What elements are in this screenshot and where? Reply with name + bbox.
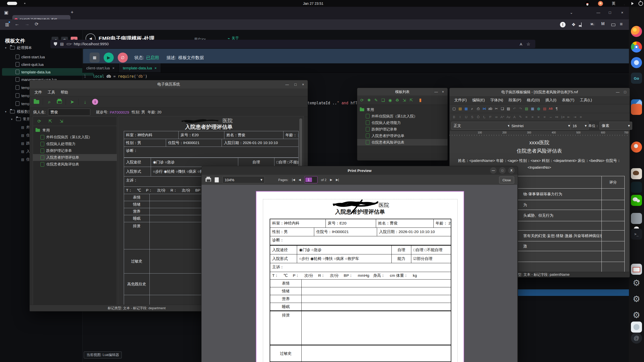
route-radios[interactable]: ◉门诊 ○急诊 [151,158,238,167]
tree-file-template-data-selected[interactable]: template-data.lua [2,68,94,76]
toolbar-icon[interactable]: ≡ [536,114,542,120]
tree-file-temp3[interactable]: temp [16,100,30,107]
toolbar-icon[interactable]: ❏ [499,106,505,112]
toolbar-icon[interactable]: ∞ [493,114,499,120]
dock-icon-chrome[interactable] [631,41,642,53]
menu-table[interactable]: 表格(T) [560,97,577,103]
qq-tray-icon[interactable] [585,1,590,6]
list-root[interactable]: 常用 [357,106,448,113]
emr-tree-item-2[interactable]: 住院病人处理能力 [33,141,117,147]
maximize-icon[interactable]: □ [624,90,626,94]
input-method-indicator[interactable]: 英 [611,1,616,6]
picture-in-picture-icon[interactable] [581,22,582,27]
import-icon[interactable]: ↓ [81,98,89,106]
emr-titlebar[interactable]: 电子病历系统 — □ × [30,80,308,88]
toolbar-icon[interactable]: Ō [475,114,481,120]
list-item-2[interactable]: 住院病人处理能力 [357,119,448,126]
info-icon[interactable]: i [91,98,99,106]
toolbar-icon[interactable]: ▤ [457,106,463,112]
maximize-icon[interactable]: □ [609,10,611,15]
dock-icon-grey-app[interactable] [631,213,642,224]
last-page-icon[interactable]: ▶| [336,178,339,182]
emr-tree-root[interactable]: 常用 [33,127,117,134]
menu-file[interactable]: 文件 [32,89,44,95]
toolbar-icon[interactable]: f² [487,114,493,120]
close-icon[interactable]: × [112,66,114,70]
m-extension-icon[interactable]: M [601,22,605,26]
power-icon[interactable] [638,1,643,6]
volume-icon[interactable] [630,1,636,6]
care-checkboxes[interactable]: □自理 □不能自理 [274,158,298,167]
dock-icon-orange-tool[interactable] [631,104,642,115]
toolbar-icon[interactable]: I [457,114,463,120]
minimize-icon[interactable]: — [434,90,438,94]
menu-icon[interactable]: ≡ [620,21,623,27]
toolbar-icon[interactable]: ▢ [451,106,457,112]
tree-file-temp1[interactable]: temp [16,84,30,91]
maximize-icon[interactable]: □ [294,82,296,86]
extension-alert-icon[interactable]: ! [560,22,566,27]
minimize-icon[interactable]: — [490,167,497,174]
code-line-1[interactable]: 1 local db = require('db') [84,74,147,79]
toolbar-icon[interactable]: f₂ [481,114,487,120]
close-icon[interactable]: X [508,167,515,174]
close-icon[interactable]: × [621,10,623,15]
dock-icon-settings-gear-3[interactable]: ⚙ [631,309,642,321]
toolbar-icon[interactable]: ▨ [505,106,511,112]
print-icon[interactable] [56,98,63,106]
delete-icon[interactable]: ♻ [394,96,400,104]
list-item-1[interactable]: 外科住院病历（第1次入院） [357,113,448,119]
toolbar-icon[interactable]: ≡ [524,114,530,120]
font-dropdown[interactable]: SimHei▾ [509,122,572,130]
tree-file-temp2[interactable]: temp [16,92,30,99]
toolbar-icon[interactable]: ↶ [511,106,517,112]
toolbar-icon[interactable]: ✎ [517,114,524,120]
new-template-icon[interactable]: ✱ [366,96,372,104]
collapse-all-icon[interactable]: ⇱ [408,96,415,104]
tree-group-template-data[interactable]: ▾ 模板数据 [5,108,32,115]
save-icon[interactable]: ▮ [417,96,424,104]
toolbar-icon[interactable]: ◍ [536,106,542,112]
open-folder-icon[interactable] [33,98,40,106]
run-button[interactable]: ▶ [104,53,114,63]
print-preview-titlebar[interactable]: Print Preview — □ X [202,166,518,175]
prev-page-icon[interactable]: ◀ [299,178,301,182]
unit-dropdown[interactable]: 像素▾ [599,122,632,130]
dock-icon-pokemon-app[interactable] [631,322,642,333]
toolbar-icon[interactable]: U [463,114,469,120]
page-number-input[interactable]: 1 [304,176,317,183]
menu-paragraph[interactable]: 段落(P) [506,97,524,103]
tab-template-data[interactable]: template-data.lua× [119,63,161,72]
expand-all-icon[interactable]: ⇲ [58,117,65,125]
toolbar-icon[interactable]: ⇤ [566,114,572,120]
code-fragment[interactable]: templateId .." and hfTy [307,101,360,105]
reload-icon[interactable]: ⟳ [35,21,38,27]
template-list-titlebar[interactable]: 模板列表 — × [357,88,448,96]
tree-group-scripts[interactable]: ▾ 处理脚本 [5,44,32,52]
tab-list-chevron-icon[interactable]: ⌄ [570,10,573,15]
toolbar-icon[interactable]: ⌕ [469,106,475,112]
tree-file-client-start[interactable]: client-start.lua [16,53,45,61]
dock-icon-dark-swirl-app[interactable]: @ [631,333,642,344]
style-dropdown[interactable]: 正文▾ [451,122,512,130]
size-dropdown[interactable]: 16▾ [570,122,589,130]
tree-file-client-quit[interactable]: client-quit.lua [16,61,44,68]
patient-name-input[interactable]: 曹俊 [48,109,90,116]
dock-icon-settings-gear-2[interactable]: ⚙ [631,293,642,304]
dock-icon-dbeaver[interactable] [631,168,642,179]
list-item-3[interactable]: 跌倒护理记录单 [357,126,448,132]
menu-help[interactable]: 帮助 [58,89,70,95]
list-item-5-selected[interactable]: 住院患者风险评估表 [357,139,448,146]
maximize-icon[interactable]: □ [499,167,506,174]
close-icon[interactable]: × [154,66,157,70]
url-text[interactable]: http://localhost:9950 [74,42,109,46]
toolbar-icon[interactable]: ≡ [530,114,536,120]
dock-icon-mail-app[interactable] [631,264,642,275]
list-item-4[interactable]: 入院患者护理评估单 [357,132,448,139]
clock[interactable]: Jan 27 23:51 [289,0,337,7]
wifi-icon[interactable] [621,1,627,6]
back-icon[interactable]: ← [15,21,19,27]
toolbar-icon[interactable]: AB [548,106,554,112]
dock-icon-firefox[interactable] [631,26,642,37]
toolbar-icon[interactable]: ≡ [578,114,584,120]
